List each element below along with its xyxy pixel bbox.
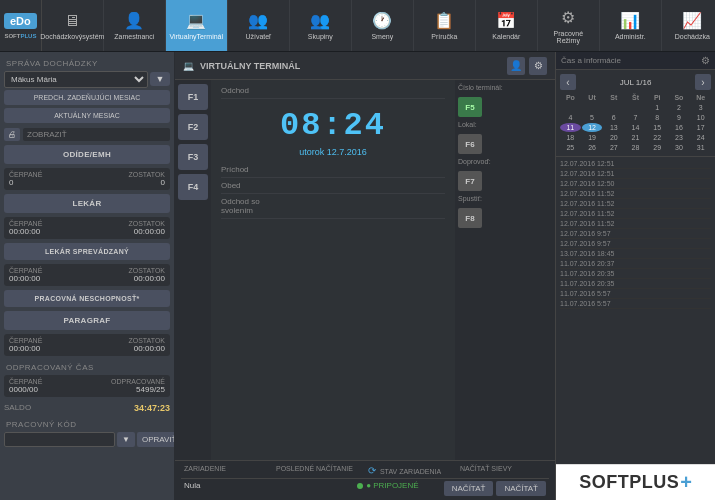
left-section-title: SPRÁVA DOCHÁDZKY — [4, 56, 170, 69]
cal-d-30[interactable]: 30 — [669, 143, 690, 152]
cal-prev-btn[interactable]: ‹ — [560, 74, 576, 90]
cal-h-1: Ut — [582, 93, 603, 102]
select-arrow-btn[interactable]: ▼ — [150, 72, 170, 86]
nav-skupiny[interactable]: 👥 Skupiny — [290, 0, 352, 51]
cal-d-empty3[interactable] — [603, 103, 624, 112]
nav-virtualny[interactable]: 💻 VirtualnyTerminál — [166, 0, 228, 51]
lekar-sprev-btn[interactable]: LEKÁR SPREVÁDZANÝ — [4, 243, 170, 260]
zost-label-2: ZOSTATOK — [128, 220, 165, 227]
cal-d-8[interactable]: 8 — [647, 113, 668, 122]
spustit-label: Spustiť: — [458, 195, 552, 202]
fkey-f4[interactable]: F4 — [178, 174, 208, 200]
cal-next-btn[interactable]: › — [695, 74, 711, 90]
log-date-8: 12.07.2016 9:57 — [560, 240, 611, 247]
td-device: Nula — [181, 481, 268, 496]
vt-field-odchod: Odchod — [221, 86, 445, 99]
cal-d-25[interactable]: 25 — [560, 143, 581, 152]
nav-dochadzka[interactable]: 🖥 Dochádzkovýsystém — [42, 0, 104, 51]
action-btns: NAČÍTAŤ NAČÍTAŤ — [444, 481, 546, 496]
cal-d-27[interactable]: 27 — [603, 143, 624, 152]
nav-dochadzka2[interactable]: 📈 Dochádzka — [662, 0, 715, 51]
log-item-7: 12.07.2016 9:57 — [560, 229, 711, 239]
log-date-1: 12.07.2016 12:51 — [560, 170, 615, 177]
fkey-f3[interactable]: F3 — [178, 144, 208, 170]
log-date-12: 11.07.2016 20:35 — [560, 280, 615, 287]
cal-d-24[interactable]: 24 — [690, 133, 711, 142]
nav-prirucka[interactable]: 📋 Príručka — [414, 0, 476, 51]
paragraf-btn[interactable]: PARAGRAF — [4, 311, 170, 330]
cal-d-29[interactable]: 29 — [647, 143, 668, 152]
pracovna-btn[interactable]: PRACOVNÁ NESCHOPNOSŤ* — [4, 290, 170, 307]
log-item-14: 11.07.2016 5:57 — [560, 299, 711, 309]
vt-icon-btn-2[interactable]: ⚙ — [529, 57, 547, 75]
nav-uzivatel[interactable]: 👥 Užívateľ — [228, 0, 290, 51]
cal-d-5[interactable]: 5 — [582, 113, 603, 122]
cal-d-17[interactable]: 17 — [690, 123, 711, 132]
cal-d-1[interactable]: 1 — [647, 103, 668, 112]
nacitat-btn-2[interactable]: NAČÍTAŤ — [496, 481, 546, 496]
cal-d-16[interactable]: 16 — [669, 123, 690, 132]
log-item-2: 12.07.2016 12:50 — [560, 179, 711, 189]
cal-h-5: So — [669, 93, 690, 102]
log-date-0: 12.07.2016 12:51 — [560, 160, 615, 167]
cal-d-23[interactable]: 23 — [669, 133, 690, 142]
cal-d-10[interactable]: 10 — [690, 113, 711, 122]
nav-admin-label: Administr. — [615, 33, 646, 40]
cal-d-9[interactable]: 9 — [669, 113, 690, 122]
pracovny-kod-input[interactable] — [4, 432, 115, 447]
cal-d-2[interactable]: 2 — [669, 103, 690, 112]
cal-d-13[interactable]: 13 — [603, 123, 624, 132]
nacitat-btn-1[interactable]: NAČÍTAŤ — [444, 481, 494, 496]
cal-d-28[interactable]: 28 — [625, 143, 646, 152]
f8-btn[interactable]: F8 — [458, 208, 482, 228]
fkey-f1[interactable]: F1 — [178, 84, 208, 110]
odide-btn[interactable]: ODÍDE/EMH — [4, 145, 170, 164]
cal-d-14[interactable]: 14 — [625, 123, 646, 132]
nav-pracovne[interactable]: ⚙ Pracovné Režimy — [538, 0, 600, 51]
cal-d-11[interactable]: 11 — [560, 123, 581, 132]
lokal-label: Lokal: — [458, 121, 552, 128]
cal-d-empty1[interactable] — [560, 103, 581, 112]
cal-d-26[interactable]: 26 — [582, 143, 603, 152]
cal-d-18[interactable]: 18 — [560, 133, 581, 142]
saldo-label: SALDO — [4, 403, 31, 413]
fkey-f2[interactable]: F2 — [178, 114, 208, 140]
cal-d-4[interactable]: 4 — [560, 113, 581, 122]
cal-d-7[interactable]: 7 — [625, 113, 646, 122]
predch-btn[interactable]: PREDCH. ZADEŇUJÚCI MESIAC — [4, 90, 170, 105]
cal-d-22[interactable]: 22 — [647, 133, 668, 142]
log-date-3: 12.07.2016 11:52 — [560, 190, 615, 197]
cal-d-6[interactable]: 6 — [603, 113, 624, 122]
nav-administrativ[interactable]: 📊 Administr. — [600, 0, 662, 51]
refresh-icon[interactable]: ⟳ — [368, 465, 376, 476]
f7-btn[interactable]: F7 — [458, 171, 482, 191]
cal-d-3[interactable]: 3 — [690, 103, 711, 112]
vt-icon-btn-1[interactable]: 👤 — [507, 57, 525, 75]
nav-zamestnanci[interactable]: 👤 Zamestnanci — [104, 0, 166, 51]
lekar-btn[interactable]: LEKÁR — [4, 194, 170, 213]
cerp-val-3: 00:00:00 — [9, 274, 40, 283]
cal-d-20[interactable]: 20 — [603, 133, 624, 142]
employee-select[interactable]: Mäkus Mária — [4, 71, 148, 88]
aktualna-btn[interactable]: AKTUÁLNY MESIAC — [4, 108, 170, 123]
f6-btn[interactable]: F6 — [458, 134, 482, 154]
right-header-icon[interactable]: ⚙ — [701, 55, 710, 66]
nav-smeny[interactable]: 🕐 Smeny — [352, 0, 414, 51]
cal-d-empty4[interactable] — [625, 103, 646, 112]
odprac-title: ODPRACOVANÝ ČAS — [4, 360, 170, 373]
cal-d-31[interactable]: 31 — [690, 143, 711, 152]
cal-d-19[interactable]: 19 — [582, 133, 603, 142]
f5-btn[interactable]: F5 — [458, 97, 482, 117]
cal-d-21[interactable]: 21 — [625, 133, 646, 142]
kod-dropdown[interactable]: ▼ — [117, 432, 135, 447]
zamestnanci-icon: 👤 — [124, 11, 144, 30]
vt-field-odchod-sv: Odchod so svolením — [221, 197, 445, 219]
cal-h-0: Po — [560, 93, 581, 102]
opravit-btn[interactable]: OPRAVIŤ — [137, 432, 175, 447]
cal-d-12[interactable]: 12 — [582, 123, 603, 132]
cal-d-15[interactable]: 15 — [647, 123, 668, 132]
cal-d-empty2[interactable] — [582, 103, 603, 112]
time-block-2: ČERPANÉ ZOSTATOK 00:00:00 00:00:00 — [4, 217, 170, 239]
printer-icon[interactable]: 🖨 — [4, 128, 20, 141]
nav-kalendar[interactable]: 📅 Kalendár — [476, 0, 538, 51]
